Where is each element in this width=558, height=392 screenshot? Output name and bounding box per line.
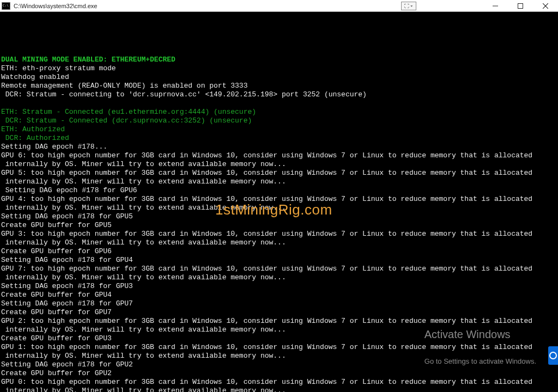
terminal-line: internally by OS. Miner will try to exte… [1,387,557,392]
terminal-output[interactable]: 1stMiningRig.com Activate Windows Go to … [0,12,558,392]
terminal-line: DCR: Stratum - connecting to 'dcr.suprno… [1,90,557,99]
terminal-line: Setting DAG epoch #178 for GPU3 [1,282,557,291]
close-button[interactable] [533,0,558,12]
terminal-line: Watchdog enabled [1,73,557,82]
minimize-button[interactable] [483,0,508,12]
close-icon [543,3,548,9]
terminal-line: GPU 5: too high epoch number for 3GB car… [1,169,557,177]
svg-rect-1 [518,3,523,8]
terminal-line: internally by OS. Miner will try to exte… [1,160,557,169]
teamviewer-badge-icon[interactable] [548,346,558,365]
window-mode-control[interactable]: ⛶ ▾ [401,2,416,10]
terminal-line: DUAL MINING MODE ENABLED: ETHEREUM+DECRE… [1,56,557,64]
cmd-icon [2,2,10,10]
terminal-line: Create GPU buffer for GPU2 [1,369,557,378]
terminal-line: ETH: eth-proxy stratum mode [1,64,557,73]
terminal-line: Create GPU buffer for GPU4 [1,291,557,299]
terminal-line: Setting DAG epoch #178... [1,143,557,151]
maximize-icon [518,3,523,9]
terminal-line: ETH: Authorized [1,125,557,134]
terminal-line: GPU 1: too high epoch number for 3GB car… [1,343,557,352]
terminal-line: Setting DAG epoch #178 for GPU4 [1,256,557,265]
terminal-line: internally by OS. Miner will try to exte… [1,204,557,212]
terminal-line: ETH: Stratum - Connected (eu1.ethermine.… [1,108,557,117]
window-titlebar[interactable]: C:\Windows\system32\cmd.exe ⛶ ▾ [0,0,558,12]
terminal-line: internally by OS. Miner will try to exte… [1,238,557,247]
terminal-line: DCR: Authorized [1,134,557,143]
terminal-line: GPU 7: too high epoch number for 3GB car… [1,265,557,273]
terminal-line: DCR: Stratum - Connected (dcr.suprnova.c… [1,117,557,125]
terminal-line: internally by OS. Miner will try to exte… [1,177,557,186]
terminal-line [1,99,557,108]
terminal-line: GPU 2: too high epoch number for 3GB car… [1,317,557,326]
terminal-line: Create GPU buffer for GPU5 [1,221,557,230]
scrollbar[interactable] [549,12,558,392]
terminal-line: GPU 4: too high epoch number for 3GB car… [1,195,557,204]
terminal-line: Setting DAG epoch #178 for GPU2 [1,360,557,369]
terminal-line: Setting DAG epoch #178 for GPU5 [1,212,557,221]
terminal-line: internally by OS. Miner will try to exte… [1,273,557,282]
terminal-line: GPU 3: too high epoch number for 3GB car… [1,230,557,238]
terminal-line: Create GPU buffer for GPU6 [1,247,557,256]
terminal-line: GPU 0: too high epoch number for 3GB car… [1,378,557,387]
terminal-line: Create GPU buffer for GPU3 [1,334,557,343]
terminal-line: GPU 6: too high epoch number for 3GB car… [1,151,557,160]
window-controls [483,0,558,12]
minimize-icon [493,3,498,9]
terminal-line: Setting DAG epoch #178 for GPU7 [1,299,557,308]
terminal-line: Create GPU buffer for GPU7 [1,308,557,317]
window-title: C:\Windows\system32\cmd.exe [13,3,97,9]
terminal-line: internally by OS. Miner will try to exte… [1,352,557,360]
maximize-button[interactable] [508,0,533,12]
terminal-line: Remote management (READ-ONLY MODE) is en… [1,82,557,90]
terminal-line: Setting DAG epoch #178 for GPU6 [1,186,557,195]
terminal-line: internally by OS. Miner will try to exte… [1,326,557,334]
